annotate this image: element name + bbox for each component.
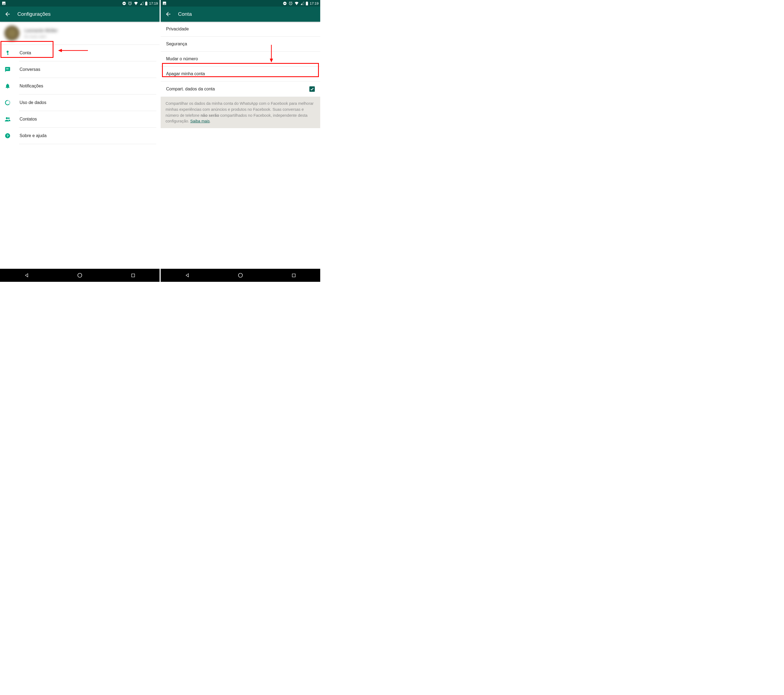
account-label: Compart. dados da conta bbox=[166, 87, 215, 91]
account-item-seguranca[interactable]: Segurança bbox=[161, 37, 320, 51]
settings-label: Notificações bbox=[20, 84, 43, 89]
nav-recent-button[interactable] bbox=[130, 272, 136, 279]
settings-label: Uso de dados bbox=[20, 100, 46, 105]
settings-item-uso-dados[interactable]: Uso de dados bbox=[0, 94, 160, 111]
account-item-compart-dados[interactable]: Compart. dados da conta bbox=[161, 81, 320, 97]
signal-icon bbox=[140, 2, 143, 5]
info-text-bold: não serão bbox=[201, 113, 219, 117]
triangle-back-icon bbox=[185, 273, 190, 278]
status-right: 17:19 bbox=[122, 1, 158, 5]
app-bar-left: Configurações bbox=[0, 7, 160, 22]
settings-label: Sobre e ajuda bbox=[20, 133, 47, 138]
triangle-back-icon bbox=[24, 273, 29, 278]
phone-left: 17:19 Configurações Leonardo Müller Es m… bbox=[0, 0, 160, 282]
account-item-privacidade[interactable]: Privacidade bbox=[161, 22, 320, 37]
signal-icon bbox=[300, 2, 304, 5]
settings-label: Conta bbox=[20, 51, 31, 55]
profile-name: Leonardo Müller bbox=[25, 28, 58, 33]
svg-point-13 bbox=[8, 117, 10, 119]
dnd-icon bbox=[283, 2, 287, 5]
svg-rect-28 bbox=[292, 274, 295, 277]
profile-status: Es muss sein! bbox=[25, 35, 58, 38]
status-time: 17:19 bbox=[310, 2, 319, 5]
avatar bbox=[4, 25, 20, 41]
svg-rect-23 bbox=[306, 2, 308, 5]
battery-icon bbox=[306, 2, 308, 5]
page-title: Configurações bbox=[17, 11, 51, 17]
svg-point-27 bbox=[239, 273, 243, 277]
photo-icon bbox=[162, 1, 166, 5]
wifi-icon bbox=[295, 2, 299, 5]
svg-rect-21 bbox=[284, 3, 286, 3]
arrow-back-icon bbox=[4, 11, 11, 17]
status-time: 17:19 bbox=[149, 2, 158, 5]
svg-rect-19 bbox=[131, 274, 134, 277]
svg-rect-24 bbox=[306, 2, 308, 2]
profile-row[interactable]: Leonardo Müller Es muss sein! bbox=[0, 22, 160, 45]
back-button[interactable] bbox=[165, 11, 171, 17]
account-item-apagar-conta[interactable]: Apagar minha conta bbox=[161, 66, 320, 81]
account-item-mudar-numero[interactable]: Mudar o número bbox=[161, 51, 320, 66]
settings-item-conversas[interactable]: Conversas bbox=[0, 61, 160, 78]
saiba-mais-link[interactable]: Saiba mais bbox=[190, 119, 210, 123]
wifi-icon bbox=[134, 2, 138, 5]
svg-rect-4 bbox=[146, 2, 147, 2]
square-recent-icon bbox=[131, 273, 135, 278]
circle-home-icon bbox=[238, 272, 243, 278]
settings-item-sobre[interactable]: ? Sobre e ajuda bbox=[0, 127, 160, 144]
account-label: Segurança bbox=[166, 41, 187, 46]
svg-rect-3 bbox=[145, 2, 147, 5]
settings-label: Conversas bbox=[20, 67, 40, 72]
data-usage-icon bbox=[4, 99, 11, 106]
svg-point-5 bbox=[7, 51, 8, 53]
alarm-icon bbox=[288, 1, 293, 5]
key-icon bbox=[4, 50, 11, 56]
status-bar: 17:19 bbox=[161, 0, 320, 7]
account-label: Privacidade bbox=[166, 26, 189, 31]
app-bar-right: Conta bbox=[161, 7, 320, 22]
nav-home-button[interactable] bbox=[237, 272, 244, 279]
battery-icon bbox=[145, 2, 147, 5]
back-button[interactable] bbox=[4, 11, 11, 17]
status-bar: 17:19 bbox=[0, 0, 160, 7]
status-left bbox=[162, 1, 166, 5]
svg-text:?: ? bbox=[7, 134, 9, 138]
svg-point-12 bbox=[6, 117, 8, 119]
info-box: Compartilhar os dados da minha conta do … bbox=[161, 97, 320, 128]
phone-right: 17:19 Conta Privacidade Segurança Mudar … bbox=[161, 0, 320, 282]
check-icon bbox=[310, 87, 314, 91]
bell-icon bbox=[4, 83, 11, 89]
square-recent-icon bbox=[292, 273, 296, 278]
settings-label: Contatos bbox=[20, 117, 37, 122]
svg-point-18 bbox=[78, 273, 82, 277]
nav-bar bbox=[161, 269, 320, 282]
nav-back-button[interactable] bbox=[23, 272, 30, 279]
settings-item-conta[interactable]: Conta bbox=[0, 45, 160, 61]
nav-recent-button[interactable] bbox=[290, 272, 297, 279]
nav-back-button[interactable] bbox=[184, 272, 191, 279]
page-title: Conta bbox=[178, 11, 192, 17]
checkbox-compart-dados[interactable] bbox=[310, 86, 315, 92]
arrow-back-icon bbox=[165, 11, 171, 17]
settings-item-notificacoes[interactable]: Notificações bbox=[0, 78, 160, 94]
settings-item-contatos[interactable]: Contatos bbox=[0, 111, 160, 127]
dnd-icon bbox=[122, 2, 126, 5]
nav-bar bbox=[0, 269, 160, 282]
info-text-dot: . bbox=[210, 119, 211, 123]
chat-icon bbox=[4, 66, 11, 73]
photo-icon bbox=[2, 1, 6, 5]
status-left bbox=[2, 1, 6, 5]
status-right: 17:19 bbox=[283, 1, 319, 5]
circle-home-icon bbox=[77, 272, 82, 278]
help-icon: ? bbox=[4, 132, 11, 139]
account-label: Mudar o número bbox=[166, 56, 198, 61]
divider bbox=[19, 144, 156, 144]
alarm-icon bbox=[128, 1, 132, 5]
account-label: Apagar minha conta bbox=[166, 71, 205, 76]
nav-home-button[interactable] bbox=[77, 272, 83, 279]
svg-rect-1 bbox=[123, 3, 125, 3]
contacts-icon bbox=[4, 116, 11, 122]
svg-rect-7 bbox=[7, 54, 9, 54]
svg-rect-8 bbox=[7, 54, 8, 55]
